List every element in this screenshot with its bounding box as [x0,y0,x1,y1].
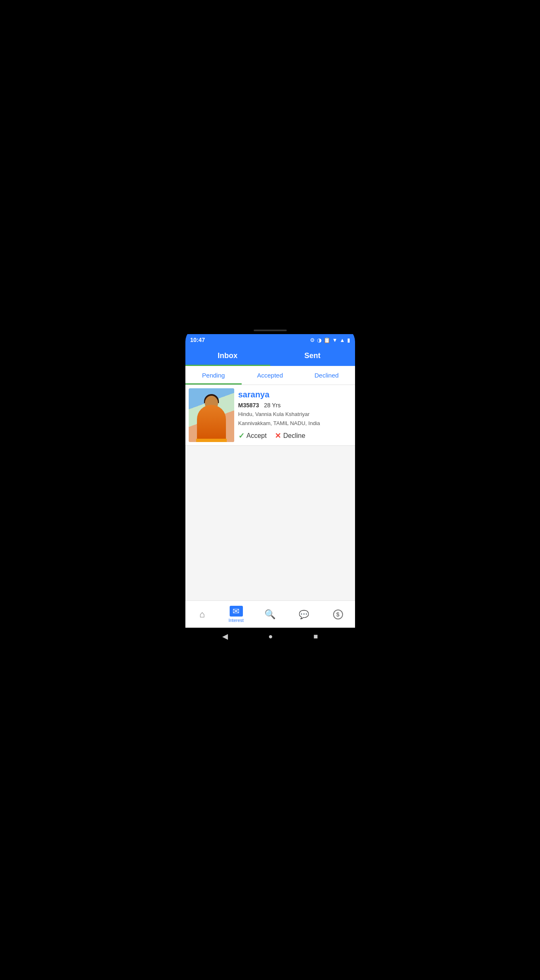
chat-icon: 💬 [299,610,309,619]
cross-icon: ✕ [275,431,281,440]
status-bar: 10:47 ⚙ ◑ 📋 ▼ ▲ ▮ [185,334,355,346]
content-area: saranya M35873 28 Yrs Hindu, Vannia Kula… [185,385,355,600]
decline-button[interactable]: ✕ Decline [275,431,305,440]
pending-tab[interactable]: Pending [185,366,242,385]
phone-frame: 10:47 ⚙ ◑ 📋 ▼ ▲ ▮ Inbox Sent Pending Acc… [185,327,355,653]
nav-premium[interactable]: $ [321,610,355,619]
battery-icon: ▮ [347,337,350,343]
signal-icon: ▲ [340,337,345,343]
profile-age: 28 Yrs [264,402,281,409]
profile-id-age: M35873 28 Yrs [238,402,348,409]
profile-name[interactable]: saranya [238,390,348,399]
recent-button[interactable]: ■ [314,632,318,641]
dollar-icon: $ [333,610,343,619]
declined-tab[interactable]: Declined [298,366,355,385]
sent-tab[interactable]: Sent [270,346,355,366]
search-icon: 🔍 [264,609,276,620]
status-icons: ⚙ ◑ 📋 ▼ ▲ ▮ [310,337,350,343]
profile-id: M35873 [238,402,259,409]
checkmark-icon: ✓ [238,431,245,440]
accept-button[interactable]: ✓ Accept [238,431,267,440]
profile-card: saranya M35873 28 Yrs Hindu, Vannia Kula… [185,385,355,446]
android-nav: ◀ ● ■ [185,628,355,645]
notch-area [185,327,355,334]
sub-tabs: Pending Accepted Declined [185,366,355,385]
profile-location: Kannivakkam, TAMIL NADU, India [238,419,348,428]
profile-info: saranya M35873 28 Yrs Hindu, Vannia Kula… [234,388,352,442]
photo-body [197,405,226,442]
app-header: Inbox Sent [185,346,355,366]
nav-home[interactable]: ⌂ [185,609,219,620]
wifi-icon: ▼ [332,337,338,343]
status-time: 10:47 [190,337,205,343]
action-buttons: ✓ Accept ✕ Decline [238,431,348,440]
nav-search[interactable]: 🔍 [253,609,287,620]
inbox-tab[interactable]: Inbox [185,346,270,366]
photo-saree-border [196,439,227,442]
profile-religion: Hindu, Vannia Kula Kshatriyar [238,410,348,418]
back-button[interactable]: ◀ [222,632,228,641]
notch-bar [254,330,287,331]
profile-photo[interactable] [189,388,234,442]
bottom-black [185,645,355,653]
clipboard-icon: 📋 [324,337,330,343]
home-icon: ⌂ [199,609,205,620]
interest-envelope-icon: ✉ [230,606,243,617]
nav-messages[interactable]: 💬 [287,610,321,619]
home-button[interactable]: ● [269,632,273,641]
accepted-tab[interactable]: Accepted [242,366,298,385]
bottom-nav: ⌂ ✉ Interest 🔍 💬 $ [185,600,355,628]
nav-interest[interactable]: ✉ Interest [219,606,253,623]
settings-icon: ⚙ [310,337,315,343]
shield-icon: ◑ [317,337,322,343]
interest-label: Interest [228,618,244,623]
